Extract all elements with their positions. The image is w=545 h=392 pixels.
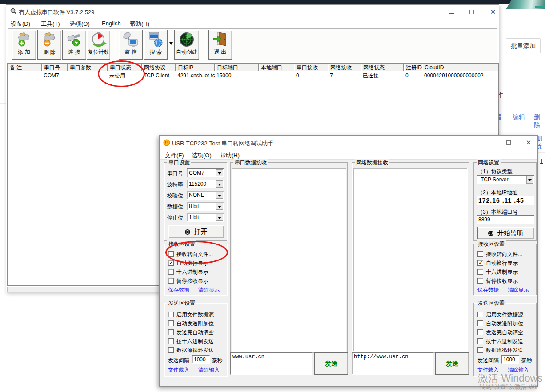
- cell-remark: [8, 72, 42, 79]
- checkbox-clear-after-send[interactable]: 发送完自动清空: [168, 328, 214, 335]
- col-local-port[interactable]: 本地端口: [259, 64, 294, 71]
- serial-settings-group: 串口设置 串口号 COM7 波特率 115200 校验位 NONE 数据位 8 …: [164, 162, 227, 241]
- vcom-titlebar[interactable]: 有人虚拟串口软件 V3.7.2.529 ✕: [6, 5, 499, 18]
- checkbox-file-source-net[interactable]: 启用文件数据源...: [477, 310, 528, 317]
- file-load-link[interactable]: 文件载入: [168, 366, 189, 374]
- menu-options[interactable]: 选项(O): [192, 152, 212, 160]
- page-link-edit[interactable]: 编辑: [513, 113, 525, 121]
- checkbox-icon: [168, 312, 174, 317]
- checkbox-loop-send[interactable]: 数据流循环发送: [168, 346, 214, 353]
- checkbox-icon: [477, 260, 483, 266]
- label-data-bits: 数据位: [167, 203, 183, 211]
- checkbox-loop-send-net[interactable]: 数据流循环发送: [477, 346, 523, 353]
- serial-send-input[interactable]: www.usr.cn: [230, 352, 312, 375]
- send-interval-input-net[interactable]: 1000: [501, 355, 519, 364]
- menu-options[interactable]: 选项(O): [70, 20, 90, 28]
- chevron-down-icon[interactable]: [216, 203, 223, 210]
- col-cloud-id[interactable]: CloudID: [422, 64, 498, 71]
- add-button[interactable]: 添 加: [12, 30, 36, 60]
- clear-input-link[interactable]: 清除输入: [198, 366, 220, 374]
- menu-help[interactable]: 帮助(H): [130, 20, 149, 28]
- stop-bits-select[interactable]: 1 bit: [187, 213, 224, 222]
- baud-rate-select[interactable]: 115200: [187, 180, 224, 188]
- local-port-input[interactable]: 8899: [477, 215, 534, 224]
- col-net-protocol[interactable]: 网络协议: [142, 64, 176, 71]
- menu-tools[interactable]: 工具(T): [41, 20, 60, 28]
- col-reg-id[interactable]: 注册ID: [404, 64, 422, 71]
- search-dropdown-arrow-icon[interactable]: [169, 42, 173, 45]
- reset-count-button[interactable]: 复位计数: [87, 30, 110, 60]
- menu-file[interactable]: 文件(F): [165, 152, 184, 160]
- parity-select[interactable]: NONE: [187, 191, 224, 200]
- maximize-button[interactable]: [465, 8, 478, 16]
- connector-minus-icon: [41, 31, 57, 49]
- clear-display-link[interactable]: 清除显示: [198, 286, 220, 294]
- checkbox-auto-append-net[interactable]: 自动发送附加位: [477, 319, 523, 326]
- checkbox-file-source[interactable]: 启用文件数据源...: [168, 310, 218, 317]
- col-target-port[interactable]: 目标端口: [215, 64, 259, 71]
- chevron-down-icon[interactable]: [216, 169, 223, 176]
- checkbox-pause-recv-net[interactable]: 暂停接收显示: [477, 276, 518, 284]
- checkbox-auto-wrap-net[interactable]: 自动换行显示: [477, 259, 518, 266]
- checkbox-clear-after-send-net[interactable]: 发送完自动清空: [477, 328, 523, 335]
- cell-serial-recv: 0: [294, 72, 328, 79]
- menu-english[interactable]: English: [102, 20, 121, 27]
- toolbar-label: 添 加: [12, 48, 36, 56]
- clear-display-link-net[interactable]: 清除显示: [508, 286, 529, 294]
- monitor-button[interactable]: 监 控: [119, 30, 143, 60]
- auto-create-button[interactable]: 自动创建: [174, 30, 199, 60]
- search-button[interactable]: 搜 索: [144, 30, 168, 60]
- network-send-input[interactable]: http://www.usr.cn: [352, 352, 433, 375]
- page-divider: [0, 103, 6, 104]
- send-interval-input[interactable]: 1000: [192, 355, 210, 364]
- toolbar-label: 自动创建: [175, 48, 199, 56]
- data-bits-select[interactable]: 8 bit: [187, 202, 224, 211]
- checkbox-hex-send[interactable]: 按十六进制发送: [168, 337, 214, 344]
- chevron-down-icon[interactable]: [526, 176, 533, 184]
- com-port-select[interactable]: COM7: [187, 168, 224, 177]
- test-window: USR-TCP232-Test 串口转网络调试助手 ✕ 文件(F) 选项(O) …: [159, 135, 538, 387]
- col-serial-recv[interactable]: 串口接收: [294, 64, 328, 71]
- save-data-link[interactable]: 保存数据: [168, 286, 189, 294]
- network-recv-textarea[interactable]: [353, 168, 468, 352]
- checkbox-hex-display-net[interactable]: 十六进制显示: [477, 268, 518, 275]
- chevron-down-icon[interactable]: [216, 214, 223, 221]
- menu-help[interactable]: 帮助(H): [220, 152, 240, 160]
- col-net-status[interactable]: 网络状态: [361, 64, 404, 71]
- open-port-button[interactable]: 打开: [168, 225, 224, 238]
- maximize-button[interactable]: [502, 138, 515, 147]
- col-net-recv[interactable]: 网络接收: [328, 64, 361, 71]
- menu-device[interactable]: 设备(D): [11, 20, 30, 28]
- local-ip-input[interactable]: 172.16 .11 .45: [477, 196, 534, 205]
- test-titlebar[interactable]: USR-TCP232-Test 串口转网络调试助手 ✕: [160, 136, 537, 150]
- protocol-select[interactable]: TCP Server: [477, 175, 534, 184]
- network-send-button[interactable]: 发送: [435, 352, 469, 375]
- chevron-down-icon[interactable]: [216, 180, 223, 188]
- chevron-down-icon[interactable]: [216, 192, 223, 199]
- connect-button[interactable]: 连 接: [62, 30, 86, 60]
- col-target-ip[interactable]: 目标IP: [176, 64, 215, 71]
- checkbox-hex-send-net[interactable]: 按十六进制发送: [477, 337, 523, 344]
- col-remark[interactable]: 备 注: [8, 64, 42, 71]
- checkbox-icon: [477, 329, 483, 335]
- save-data-link-net[interactable]: 保存数据: [477, 286, 499, 294]
- serial-recv-textarea[interactable]: [232, 168, 346, 352]
- batch-add-button[interactable]: 批量添加: [506, 38, 541, 53]
- minimize-button[interactable]: [482, 138, 495, 147]
- checkbox-recv-to-file-net[interactable]: 接收转向文件...: [477, 250, 522, 257]
- cell-net-protocol: TCP Client: [142, 72, 176, 79]
- page-divider: [0, 128, 6, 128]
- checkbox-pause-recv[interactable]: 暂停接收显示: [168, 276, 208, 284]
- page-link-delete[interactable]: 删除: [534, 113, 545, 129]
- minimize-button[interactable]: [445, 8, 458, 16]
- start-listen-button[interactable]: 开始监听: [477, 227, 534, 239]
- checkbox-auto-append[interactable]: 自动发送附加位: [168, 319, 214, 326]
- group-title: 网络数据接收: [355, 159, 389, 167]
- exit-button[interactable]: 退 出: [208, 30, 232, 60]
- serial-send-button[interactable]: 发送: [314, 352, 348, 375]
- delete-button[interactable]: 删 除: [37, 30, 61, 60]
- col-port[interactable]: 串口号: [42, 64, 68, 71]
- close-button[interactable]: ✕: [486, 8, 500, 16]
- checkbox-hex-display[interactable]: 十六进制显示: [168, 268, 208, 275]
- close-button[interactable]: ✕: [522, 138, 535, 147]
